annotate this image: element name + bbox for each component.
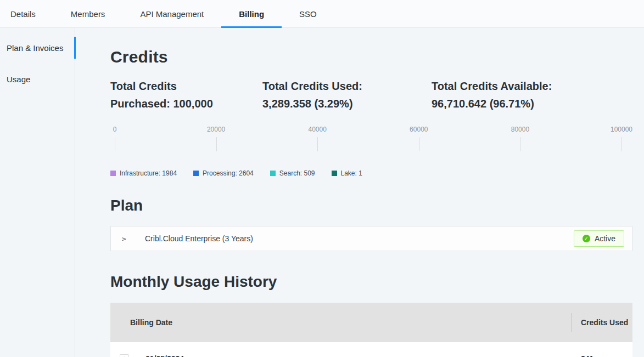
table-header-row: Billing Date Credits Used	[110, 303, 632, 342]
legend-label: Infrastructure: 1984	[120, 169, 177, 177]
legend-item-search: Search: 509	[270, 169, 315, 177]
tab-details[interactable]: Details	[10, 0, 53, 27]
status-badge: ✓ Active	[574, 230, 624, 247]
table-row[interactable]: + 01/05/2024 241	[110, 342, 632, 357]
tab-billing[interactable]: Billing	[221, 0, 282, 27]
column-header-credits-used: Credits Used	[571, 316, 632, 328]
status-badge-label: Active	[595, 234, 615, 243]
stat-total-used: Total Credits Used: 3,289.358 (3.29%)	[262, 77, 432, 112]
axis-tick-label: 60000	[410, 126, 428, 133]
axis-tick-label: 20000	[207, 126, 225, 133]
stat-total-purchased-line2: Purchased: 100,000	[110, 95, 262, 112]
credits-heading: Credits	[110, 48, 632, 66]
top-tab-bar: Details Members API Management Billing S…	[0, 0, 644, 28]
legend-label: Processing: 2604	[203, 169, 254, 177]
credits-used-value: 241	[571, 354, 632, 357]
legend-item-processing: Processing: 2604	[193, 169, 254, 177]
axis-tick-mark	[520, 137, 520, 151]
stat-total-purchased: Total Credits Purchased: 100,000	[110, 77, 262, 112]
monthly-usage-heading: Monthly Usage History	[110, 273, 632, 291]
plan-heading: Plan	[110, 197, 632, 214]
sidebar: Plan & Invoices Usage	[0, 28, 75, 357]
expand-row-button[interactable]: +	[120, 354, 129, 357]
chevron-right-icon[interactable]: >	[122, 235, 130, 243]
legend-item-lake: Lake: 1	[332, 169, 362, 177]
stat-total-used-line2: 3,289.358 (3.29%)	[262, 95, 432, 112]
legend-label: Search: 509	[279, 169, 315, 177]
stat-total-available-line2: 96,710.642 (96.71%)	[432, 95, 632, 112]
stat-total-available-line1: Total Credits Available:	[432, 77, 632, 95]
plan-card[interactable]: > Cribl.Cloud Enterprise (3 Years) ✓ Act…	[110, 226, 632, 251]
axis-tick-mark	[317, 137, 318, 151]
sidebar-item-plan-invoices[interactable]: Plan & Invoices	[0, 36, 75, 60]
legend-swatch-icon	[110, 171, 116, 176]
credits-stats: Total Credits Purchased: 100,000 Total C…	[110, 77, 632, 112]
axis-tick-mark	[216, 137, 217, 151]
billing-date-value: 01/05/2024	[145, 354, 184, 357]
usage-history-table: Billing Date Credits Used + 01/05/2024 2…	[110, 303, 632, 357]
legend-swatch-icon	[270, 171, 276, 176]
stat-total-purchased-line1: Total Credits	[110, 77, 262, 95]
legend-item-infrastructure: Infrastructure: 1984	[110, 169, 177, 177]
billing-date-cell: + 01/05/2024	[110, 354, 571, 357]
axis-tick-mark	[115, 137, 115, 151]
stat-total-available: Total Credits Available: 96,710.642 (96.…	[432, 77, 632, 112]
plan-name: Cribl.Cloud Enterprise (3 Years)	[145, 234, 253, 243]
column-header-billing-date: Billing Date	[110, 318, 571, 327]
tab-api-management[interactable]: API Management	[122, 0, 221, 27]
main-panel: Credits Total Credits Purchased: 100,000…	[75, 28, 644, 357]
axis-tick-label: 80000	[511, 126, 529, 133]
page-body: Plan & Invoices Usage Credits Total Cred…	[0, 28, 644, 357]
axis-tick-mark	[419, 137, 419, 151]
axis-tick-mark	[621, 137, 622, 151]
legend-label: Lake: 1	[341, 169, 362, 177]
axis-tick-label: 40000	[309, 126, 327, 133]
chart-legend: Infrastructure: 1984Processing: 2604Sear…	[110, 169, 632, 177]
check-circle-icon: ✓	[583, 235, 590, 242]
tab-sso[interactable]: SSO	[282, 0, 334, 27]
sidebar-item-usage[interactable]: Usage	[0, 67, 75, 91]
credits-usage-chart: 020000400006000080000100000	[115, 126, 621, 164]
stat-total-used-line1: Total Credits Used:	[262, 77, 432, 95]
legend-swatch-icon	[193, 171, 199, 176]
legend-swatch-icon	[332, 171, 337, 176]
axis-tick-label: 100000	[611, 126, 632, 133]
tab-members[interactable]: Members	[53, 0, 123, 27]
axis-tick-label: 0	[113, 126, 117, 133]
